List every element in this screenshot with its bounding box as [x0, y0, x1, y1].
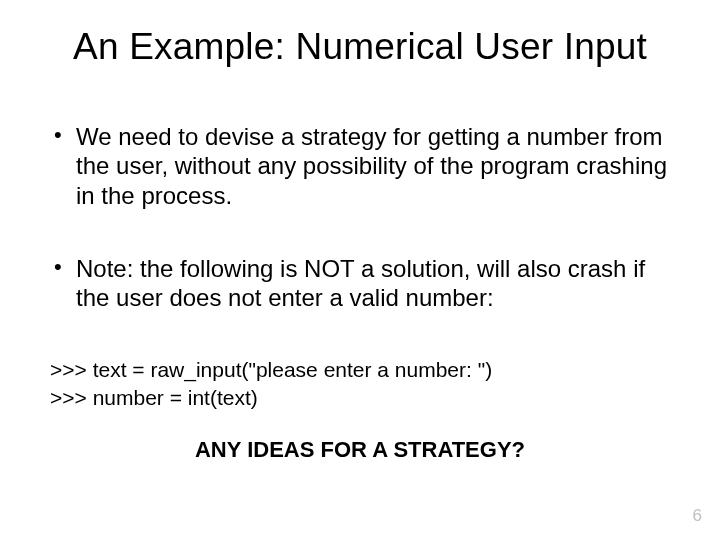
page-number: 6 — [693, 506, 702, 526]
slide-title: An Example: Numerical User Input — [48, 26, 672, 68]
slide-body: We need to devise a strategy for getting… — [48, 122, 672, 463]
question-prompt: ANY IDEAS FOR A STRATEGY? — [48, 437, 672, 463]
slide: An Example: Numerical User Input We need… — [0, 0, 720, 540]
bullet-item: Note: the following is NOT a solution, w… — [48, 254, 672, 313]
code-block: >>> text = raw_input("please enter a num… — [48, 356, 672, 411]
code-line: >>> text = raw_input("please enter a num… — [50, 356, 672, 383]
bullet-item: We need to devise a strategy for getting… — [48, 122, 672, 210]
bullet-list: We need to devise a strategy for getting… — [48, 122, 672, 312]
code-line: >>> number = int(text) — [50, 384, 672, 411]
